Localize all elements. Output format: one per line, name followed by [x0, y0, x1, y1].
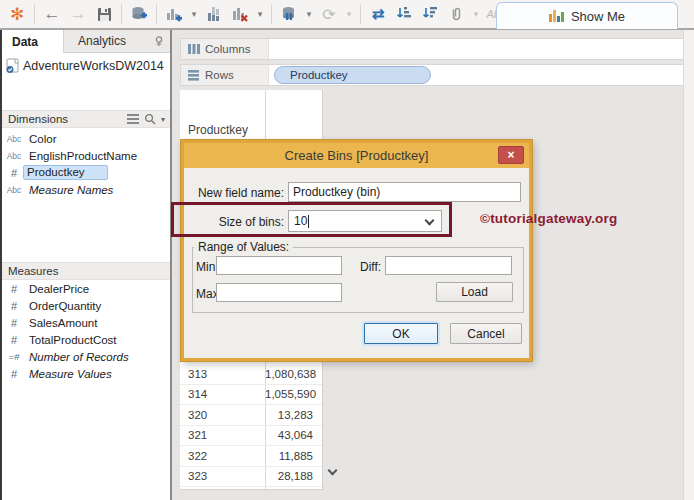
table-row[interactable]: 3141,055,590 [180, 385, 322, 406]
table-row[interactable]: 32328,188 [180, 467, 322, 488]
field-salesamount[interactable]: # SalesAmount [2, 314, 170, 331]
sort-descending-icon [421, 5, 439, 23]
table-row[interactable]: 32211,885 [180, 446, 322, 467]
table-row[interactable]: 32143,064 [180, 426, 322, 447]
field-number-of-records[interactable]: =# Number of Records [2, 348, 170, 365]
vertical-scrollbar[interactable] [683, 30, 694, 500]
pause-updates-dropdown[interactable]: ▾ [303, 2, 315, 26]
new-datasource-button[interactable] [127, 2, 151, 26]
toolbar: ✻ ← → ▾ ▾ ▾ ⟳ ▾ ⇄ [0, 0, 694, 30]
row-key: 323 [180, 470, 265, 482]
row-key: 321 [180, 429, 265, 441]
search-icon[interactable] [144, 113, 156, 125]
dimensions-title: Dimensions [8, 113, 68, 125]
row-key: 313 [180, 368, 265, 380]
abc-type-icon: Abc [2, 134, 26, 144]
columns-shelf[interactable]: Columns [180, 38, 685, 60]
new-worksheet-dropdown[interactable]: ▾ [188, 2, 200, 26]
columns-shelf-label: Columns [181, 39, 269, 59]
new-worksheet-icon [165, 5, 183, 23]
scroll-down-icon[interactable] [328, 466, 338, 476]
new-field-name-input[interactable] [288, 182, 521, 202]
load-button[interactable]: Load [436, 282, 513, 302]
paperclip-icon [447, 5, 465, 23]
field-measure-names[interactable]: Abc Measure Names [2, 181, 170, 198]
tab-analytics[interactable]: Analytics [64, 30, 170, 53]
sort-descending-button[interactable] [418, 2, 442, 26]
diff-label: Diff: [360, 260, 381, 274]
field-label: Measure Names [26, 184, 113, 196]
toolbar-separator [271, 4, 272, 24]
toolbar-separator [360, 4, 361, 24]
field-color[interactable]: Abc Color [2, 130, 170, 147]
new-field-name-label: New field name: [194, 186, 284, 200]
row-key: 320 [180, 409, 265, 421]
pin-icon[interactable] [154, 36, 164, 47]
watermark-text: ©tutorialgateway.org [480, 211, 617, 226]
max-input[interactable] [216, 283, 342, 302]
refresh-dropdown[interactable]: ▾ [343, 2, 355, 26]
productkey-pill[interactable]: Productkey [274, 66, 431, 84]
min-input[interactable] [216, 256, 342, 275]
save-button[interactable] [92, 2, 116, 26]
pill-label: Productkey [290, 69, 348, 81]
ok-button[interactable]: OK [364, 323, 438, 344]
columns-shelf-text: Columns [205, 43, 250, 55]
field-dealerprice[interactable]: # DealerPrice [2, 280, 170, 297]
datasource-item[interactable]: AdventureWorksDW2014 [2, 55, 170, 77]
number-type-icon: # [2, 368, 26, 380]
field-label: Number of Records [26, 351, 129, 363]
number-type-icon: # [2, 317, 26, 329]
show-me-button[interactable]: Show Me [496, 2, 678, 29]
field-label: OrderQuantity [26, 300, 101, 312]
tab-data[interactable]: Data [2, 30, 64, 53]
undo-button[interactable]: ← [40, 2, 64, 26]
field-totalproductcost[interactable]: # TotalProductCost [2, 331, 170, 348]
row-value: 1,080,638 [265, 368, 318, 380]
dialog-close-button[interactable]: × [498, 146, 524, 164]
row-key: 322 [180, 450, 265, 462]
pause-updates-button[interactable] [277, 2, 301, 26]
tableau-window: ✻ ← → ▾ ▾ ▾ ⟳ ▾ ⇄ [0, 0, 694, 500]
clear-sheet-button[interactable] [228, 2, 252, 26]
clear-sheet-dropdown[interactable]: ▾ [254, 2, 266, 26]
clear-sheet-icon [231, 5, 249, 23]
rows-shelf-text: Rows [205, 69, 234, 81]
sort-ascending-icon [395, 5, 413, 23]
sort-ascending-button[interactable] [392, 2, 416, 26]
diff-input[interactable] [385, 256, 512, 275]
field-measure-values[interactable]: # Measure Values [2, 365, 170, 382]
redo-button[interactable]: → [66, 2, 90, 26]
tab-analytics-label: Analytics [78, 34, 126, 48]
refresh-button[interactable]: ⟳ [317, 2, 341, 26]
swap-rows-columns-button[interactable]: ⇄ [366, 2, 390, 26]
rows-shelf-label: Rows [181, 65, 269, 85]
close-icon: × [507, 149, 514, 161]
pause-updates-icon [280, 5, 298, 23]
size-of-bins-combobox[interactable]: 10 [288, 210, 442, 232]
new-worksheet-button[interactable] [162, 2, 186, 26]
table-row[interactable]: 3131,080,638 [180, 364, 322, 385]
row-value: 11,885 [265, 450, 318, 462]
rows-shelf[interactable]: Rows Productkey [180, 64, 685, 86]
duplicate-sheet-button[interactable] [202, 2, 226, 26]
combo-chevron-down-icon[interactable] [425, 216, 435, 226]
show-me-chart-icon [549, 10, 564, 22]
field-orderquantity[interactable]: # OrderQuantity [2, 297, 170, 314]
group-members-button[interactable] [444, 2, 468, 26]
field-englishproductname[interactable]: Abc EnglishProductName [2, 147, 170, 164]
group-members-dropdown[interactable]: ▾ [470, 2, 482, 26]
table-rows: 3131,080,638 3141,055,590 32013,283 3214… [180, 364, 322, 490]
table-row[interactable]: 32013,283 [180, 405, 322, 426]
field-label: TotalProductCost [26, 334, 117, 346]
view-as-grid-icon[interactable] [127, 114, 139, 125]
field-productkey[interactable]: # Productkey [2, 164, 170, 181]
tableau-logo-icon[interactable]: ✻ [5, 2, 29, 26]
dialog-title-bar[interactable]: Create Bins [Productkey] [184, 143, 529, 168]
row-value: 13,283 [265, 409, 318, 421]
field-label: Productkey [23, 165, 108, 180]
dimensions-dropdown-icon[interactable]: ▾ [161, 115, 165, 124]
table-row[interactable]: 324 [180, 487, 322, 490]
field-label: Color [26, 133, 56, 145]
cancel-button[interactable]: Cancel [450, 323, 522, 344]
